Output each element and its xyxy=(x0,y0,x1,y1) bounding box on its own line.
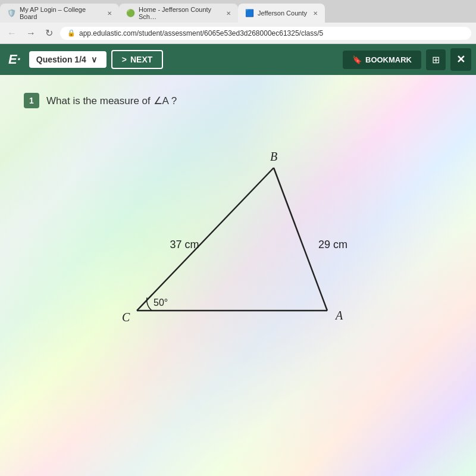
app-toolbar: E· Question 1/4 ∨ > NEXT 🔖 BOOKMARK ⊞ ✕ xyxy=(0,44,476,75)
bookmark-label: BOOKMARK xyxy=(365,55,412,64)
triangle-diagram: B A C 37 cm 29 cm 50° xyxy=(89,120,387,346)
tab-2-icon: 🟢 xyxy=(126,9,135,17)
tab-1-close[interactable]: ✕ xyxy=(107,10,112,17)
tab-2-label: Home - Jefferson County Sch… xyxy=(139,6,220,20)
back-button[interactable]: ← xyxy=(5,27,19,40)
close-icon: ✕ xyxy=(456,54,465,65)
question-selector-label: Question 1/4 xyxy=(36,55,86,64)
bookmark-button[interactable]: 🔖 BOOKMARK xyxy=(343,51,421,69)
browser-window: 🛡️ My AP Login – College Board ✕ 🟢 Home … xyxy=(0,0,476,476)
address-bar: ← → ↻ 🔒 app.edulastic.com/student/assess… xyxy=(0,23,476,44)
url-box[interactable]: 🔒 app.edulastic.com/student/assessment/6… xyxy=(60,27,471,40)
tab-3-close[interactable]: ✕ xyxy=(313,10,318,17)
bookmark-icon: 🔖 xyxy=(352,55,362,64)
triangle-svg: B A C 37 cm 29 cm 50° xyxy=(89,120,387,346)
tab-3[interactable]: 🟦 Jefferson County ✕ xyxy=(238,4,325,23)
question-number: 1 xyxy=(24,93,39,108)
next-label: NEXT xyxy=(130,55,152,64)
tab-1-label: My AP Login – College Board xyxy=(20,6,101,20)
tab-1[interactable]: 🛡️ My AP Login – College Board ✕ xyxy=(0,4,119,23)
grid-icon: ⊞ xyxy=(432,55,440,65)
grid-button[interactable]: ⊞ xyxy=(426,49,446,70)
side-bc-label: 29 cm xyxy=(318,239,347,250)
question-text: What is the measure of ∠A ? xyxy=(46,95,177,107)
question-selector[interactable]: Question 1/4 ∨ xyxy=(29,51,107,68)
question-header: 1 What is the measure of ∠A ? xyxy=(24,93,452,108)
vertex-b-label: B xyxy=(270,150,277,163)
side-ab-label: 37 cm xyxy=(170,239,199,250)
next-arrow-icon: > xyxy=(122,55,127,64)
angle-c-label: 50° xyxy=(154,298,168,308)
svg-line-0 xyxy=(137,168,274,311)
app-logo: E· xyxy=(5,52,24,67)
main-content: 1 What is the measure of ∠A ? B A C xyxy=(0,75,476,476)
tab-1-icon: 🛡️ xyxy=(7,9,16,17)
chevron-down-icon: ∨ xyxy=(91,55,97,64)
content-area: 1 What is the measure of ∠A ? B A C xyxy=(24,93,452,346)
lock-icon: 🔒 xyxy=(67,29,76,37)
tab-2[interactable]: 🟢 Home - Jefferson County Sch… ✕ xyxy=(119,4,238,23)
next-button[interactable]: > NEXT xyxy=(111,50,164,69)
tab-3-icon: 🟦 xyxy=(245,9,254,17)
refresh-button[interactable]: ↻ xyxy=(43,26,55,40)
url-text: app.edulastic.com/student/assessment/606… xyxy=(79,29,323,37)
forward-button[interactable]: → xyxy=(24,27,38,40)
tab-3-label: Jefferson County xyxy=(258,10,307,17)
vertex-c-label: C xyxy=(122,311,130,324)
tab-bar: 🛡️ My AP Login – College Board ✕ 🟢 Home … xyxy=(0,0,476,23)
vertex-a-label: A xyxy=(334,309,343,322)
tab-2-close[interactable]: ✕ xyxy=(226,10,231,17)
close-button[interactable]: ✕ xyxy=(450,48,471,71)
